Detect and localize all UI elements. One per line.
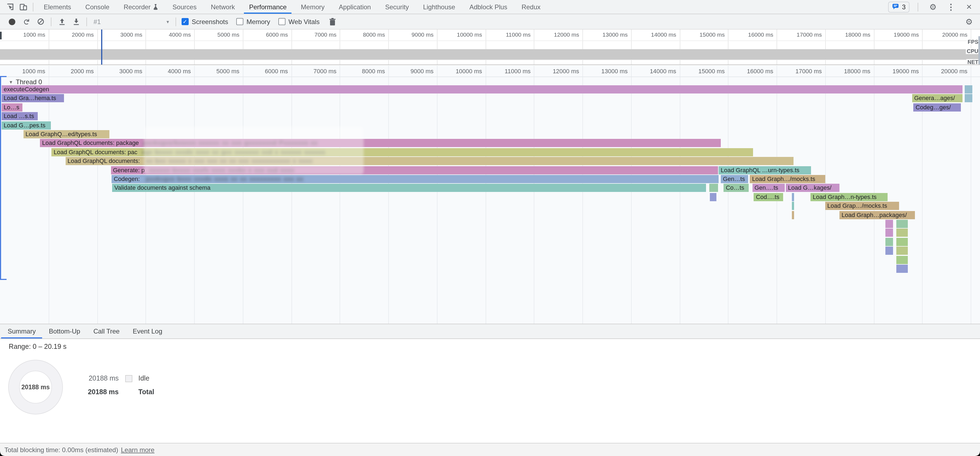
flame-bar[interactable] [710,193,717,201]
tab-memory[interactable]: Memory [294,0,332,14]
flame-bar[interactable]: executeCodegen [2,85,963,94]
flame-bar-redacted-text: xx bxx xxxxx x xxx xxx xx xx xxx xxxxxxx… [142,157,313,164]
flame-bar[interactable]: Load GraphQL …urn-types.ts [719,166,811,174]
kebab-menu-icon[interactable]: ⋮ [945,0,958,13]
flame-bar-redacted-text: xgx bxxxx xxxdx xxxx xx gxx xxxxxxx xxd … [137,149,325,155]
ruler-tick-label: 10000 ms [455,68,484,75]
flame-bar[interactable] [792,193,794,201]
ruler-tick-label: 11000 ms [505,68,533,75]
flame-bar[interactable]: Load Graph…n-types.ts [810,193,887,201]
tab-elements[interactable]: Elements [37,0,78,14]
capture-settings-gear-icon[interactable]: ⚙ [963,15,975,28]
flame-bar[interactable] [896,238,908,246]
ruler-tick-label: 14000 ms [650,68,678,75]
history-dropdown[interactable]: #1 ▾ [90,16,172,27]
flame-bar[interactable] [885,229,893,237]
flame-ruler-separator [0,76,980,77]
flame-bar[interactable]: Load G…pes.ts [2,121,51,129]
flame-bar[interactable]: Load GraphQL documents: pacxgx bxxxx xxx… [51,148,753,156]
gridline [291,66,292,324]
tab-adblock-plus[interactable]: Adblock Plus [462,0,515,14]
flame-bar[interactable] [885,220,893,228]
tab-lighthouse[interactable]: Lighthouse [416,0,462,14]
flame-bar[interactable]: Load Grap…/mocks.ts [825,202,899,210]
checkbox-unchecked-icon[interactable] [278,18,285,25]
checkbox-memory[interactable]: Memory [236,18,270,25]
checkbox-checked-icon[interactable]: ✓ [181,18,188,25]
tab-sources[interactable]: Sources [165,0,204,14]
overview-cursor-line[interactable] [101,30,102,65]
save-profile-button[interactable] [69,15,83,28]
checkbox-screenshots[interactable]: ✓Screenshots [181,18,228,25]
flame-bar[interactable] [896,229,908,237]
flame-bar[interactable] [896,256,908,264]
flame-bar[interactable]: Load GraphQL documents: packagepxckxgxs/… [40,139,721,147]
flame-bar[interactable]: Co…ts [724,184,749,192]
clear-recording-button[interactable] [33,15,48,28]
ruler-tick-label: 15000 ms [698,68,727,75]
checkbox-unchecked-icon[interactable] [236,18,243,25]
flame-bar[interactable] [965,94,972,103]
issues-counter-button[interactable]: 3 [888,2,910,12]
details-tab-bottom-up[interactable]: Bottom-Up [42,324,87,338]
flame-bar[interactable]: Lo…s [2,103,22,111]
flame-bar[interactable]: Codegen: pxxkxgxs bxxx xxxdx xxxs xx xx … [111,175,718,183]
details-tab-call-tree[interactable]: Call Tree [87,324,126,338]
flame-bar[interactable] [885,246,893,255]
flame-chart-pane[interactable]: 1000 ms2000 ms3000 ms4000 ms5000 ms6000 … [0,66,980,324]
gridline [146,66,146,324]
flame-bar[interactable]: Load GraphQL documents: xx bxx xxxxx x x… [65,157,794,165]
settings-gear-icon[interactable]: ⚙ [926,0,940,13]
flame-bar[interactable] [885,238,893,246]
tab-performance[interactable]: Performance [242,0,294,14]
tab-security[interactable]: Security [378,0,416,14]
flame-bar[interactable] [965,85,972,94]
flame-bar[interactable] [896,220,908,228]
checkbox-web-vitals[interactable]: Web Vitals [278,18,320,25]
gridline [49,66,49,324]
thread-header[interactable]: ▼ Thread 0 [9,78,42,86]
inspect-element-icon[interactable] [3,0,16,13]
tab-console[interactable]: Console [78,0,116,14]
checkbox-label: Screenshots [192,18,228,25]
flame-bar[interactable]: Genera…ages/ [912,94,963,103]
flame-bar[interactable] [792,211,794,219]
ruler-tick-label: 7000 ms [315,31,339,38]
close-devtools-icon[interactable]: × [963,0,975,13]
flame-bar[interactable] [709,184,718,192]
vertical-scrollbar-thumb[interactable] [978,36,980,65]
flame-bar-redacted-text: pxxkxgxs bxxx xxxdx xxxs xx xx xxxxxxxxx… [142,175,304,182]
idle-color-swatch [125,375,132,382]
tab-recorder[interactable]: Recorder [116,0,165,14]
flame-bar[interactable]: Load Graph…packages/ [840,211,915,219]
flame-bar[interactable]: Codeg…ges/ [913,103,961,111]
flame-bar[interactable]: Load Graph…/mocks.ts [750,175,825,183]
flame-bar[interactable] [896,265,908,273]
tab-application[interactable]: Application [332,0,378,14]
flame-bar-label: Load Gra…hema.ts [2,95,56,102]
learn-more-link[interactable]: Learn more [121,446,154,454]
load-profile-button[interactable] [55,15,69,28]
flame-bar[interactable]: Load G…kages/ [786,184,840,192]
device-toolbar-icon[interactable] [16,0,30,13]
details-tab-event-log[interactable]: Event Log [126,324,169,338]
flame-bar[interactable]: Load …s.ts [2,112,38,120]
flame-bar[interactable]: Gen….ts [752,184,785,192]
legend-row: 20188 msIdle [85,375,154,382]
tab-redux[interactable]: Redux [514,0,547,14]
flame-bar[interactable] [896,246,908,255]
flame-bar[interactable] [792,202,794,210]
trash-icon[interactable] [326,15,340,28]
flame-bar[interactable]: Cod….ts [754,193,783,201]
record-button[interactable] [5,15,19,28]
timeline-overview[interactable]: 1000 ms2000 ms3000 ms4000 ms5000 ms6000 … [0,30,980,65]
details-tab-summary[interactable]: Summary [1,324,42,338]
ruler-tick-label: 18000 ms [845,31,873,38]
reload-and-record-button[interactable]: ↻ [20,14,33,29]
tab-network[interactable]: Network [204,0,242,14]
flame-bar[interactable]: Load Gra…hema.ts [2,94,64,103]
flame-bar[interactable]: Validate documents against schema [112,184,706,192]
flame-bar[interactable]: Load GraphQ…ed/types.ts [23,130,109,138]
flame-bar[interactable]: Gen…ts [721,175,748,183]
flame-bar[interactable]: Generate: pxxxxxx bxxxx xxxfx xxxx xxxbx… [111,166,718,174]
